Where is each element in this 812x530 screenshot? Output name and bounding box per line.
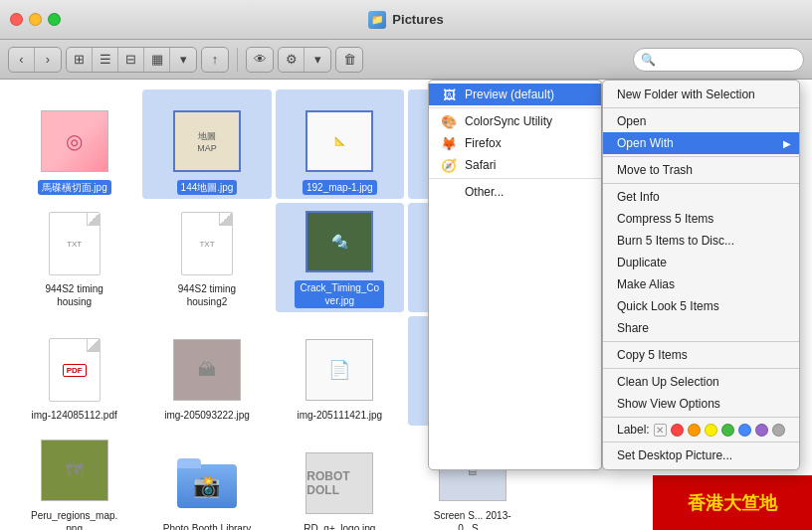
file-label: img-124085112.pdf — [32, 409, 117, 422]
show-view-options-item[interactable]: Show View Options — [603, 393, 799, 415]
file-item[interactable]: TXT 944S2 timing housing — [10, 203, 138, 312]
colorsync-item[interactable]: 🎨 ColorSync Utility — [429, 110, 601, 132]
ctx-separator-7 — [603, 442, 799, 442]
back-button[interactable]: ‹ — [9, 47, 35, 73]
file-thumbnail: ◎ — [40, 106, 109, 176]
minimize-button[interactable] — [29, 13, 42, 26]
burn-item[interactable]: Burn 5 Items to Disc... — [603, 230, 799, 252]
ctx-separator-3 — [603, 183, 799, 184]
firefox-item[interactable]: 🦊 Firefox — [429, 132, 601, 154]
compress-item[interactable]: Compress 5 Items — [603, 208, 799, 230]
list-view-button[interactable]: ☰ — [93, 47, 118, 73]
nav-buttons[interactable]: ‹ › — [8, 47, 62, 73]
label-green[interactable] — [721, 424, 734, 437]
safari-item[interactable]: 🧭 Safari — [429, 154, 601, 176]
ctx-separator-2 — [603, 156, 799, 157]
share-button-group[interactable]: ↑ — [201, 47, 229, 73]
quicklook-item[interactable]: Quick Look 5 Items — [603, 295, 799, 317]
context-menu: New Folder with Selection Open Open With… — [602, 80, 800, 470]
share-button[interactable]: ↑ — [202, 47, 228, 73]
view-dropdown-button[interactable]: ▾ — [170, 47, 196, 73]
preview-default-item[interactable]: 🖼 Preview (default) — [429, 84, 601, 105]
file-thumbnail: 🗺 — [40, 436, 109, 505]
label-orange[interactable] — [688, 424, 701, 437]
other-item[interactable]: Other... — [429, 181, 601, 203]
file-label: 944S2 timing housing — [30, 282, 119, 308]
open-item[interactable]: Open — [603, 110, 799, 132]
icon-view-button[interactable]: ⊞ — [67, 47, 93, 73]
file-thumbnail: 🏔 — [172, 335, 242, 405]
finder-content: ◎ 馬碟橫切面.jpg 地圖MAP 144地圖.jpg 📐 — [0, 80, 812, 530]
file-label: 944S2 timing housing2 — [162, 282, 252, 308]
action-button-group[interactable]: ⚙ ▾ — [278, 47, 331, 73]
duplicate-item[interactable]: Duplicate — [603, 252, 799, 273]
search-input[interactable] — [633, 48, 804, 72]
close-button[interactable] — [10, 13, 23, 26]
brand-text: 香港大笪地 — [688, 491, 777, 515]
file-item[interactable]: 🗺 Peru_regions_map.png — [10, 430, 138, 530]
quicklook-button[interactable]: 👁 — [247, 47, 273, 73]
title-bar: 📁 Pictures — [0, 0, 812, 40]
submenu-separator — [429, 107, 601, 108]
new-folder-selection-item[interactable]: New Folder with Selection — [603, 84, 799, 105]
share-item[interactable]: Share — [603, 317, 799, 339]
file-item[interactable]: 📸 Photo Booth Library — [142, 430, 271, 530]
file-label: 192_map-1.jpg — [303, 180, 377, 195]
file-thumbnail: TXT — [172, 209, 242, 278]
file-item[interactable]: TXT 944S2 timing housing2 — [142, 203, 271, 312]
label-yellow[interactable] — [705, 424, 717, 437]
ctx-separator-4 — [603, 341, 799, 342]
file-item[interactable]: 📄 img-205111421.jpg — [276, 316, 404, 426]
file-label: Screen S... 2013-0...S... — [428, 509, 517, 530]
window-controls[interactable] — [10, 13, 61, 26]
make-alias-item[interactable]: Make Alias — [603, 273, 799, 295]
file-label: Crack_Timing_Cover.jpg — [295, 280, 384, 308]
cleanup-selection-item[interactable]: Clean Up Selection — [603, 371, 799, 393]
maximize-button[interactable] — [48, 13, 61, 26]
colorsync-icon: 🎨 — [441, 113, 457, 129]
file-thumbnail: 📐 — [304, 106, 374, 176]
context-menu-overlay: 🖼 Preview (default) 🎨 ColorSync Utility … — [428, 80, 800, 470]
column-view-button[interactable]: ⊟ — [118, 47, 144, 73]
label-gray[interactable] — [772, 424, 785, 437]
preview-icon: 🖼 — [441, 87, 457, 102]
file-item[interactable]: PDF img-124085112.pdf — [10, 316, 138, 426]
copy-items-item[interactable]: Copy 5 Items — [603, 344, 799, 366]
ctx-separator-5 — [603, 368, 799, 369]
file-item[interactable]: 地圖MAP 144地圖.jpg — [142, 89, 271, 199]
file-item[interactable]: 🏔 img-205093222.jpg — [142, 316, 271, 426]
trash-button-group[interactable]: 🗑 — [335, 47, 363, 73]
toolbar-separator — [237, 48, 238, 72]
file-item[interactable]: ROBOT DOLL RD_g+_logo.jpg — [276, 430, 404, 530]
submenu-arrow: ▶ — [783, 138, 791, 149]
file-thumbnail: 地圖MAP — [172, 106, 242, 176]
file-label: RD_g+_logo.jpg — [304, 522, 375, 530]
label-row: Label: ✕ — [603, 420, 799, 440]
label-purple[interactable] — [755, 424, 768, 437]
set-desktop-picture-item[interactable]: Set Desktop Picture... — [603, 444, 799, 466]
file-item[interactable]: ◎ 馬碟橫切面.jpg — [10, 89, 138, 199]
file-item[interactable]: 🔩 Crack_Timing_Cover.jpg — [276, 203, 404, 312]
safari-icon: 🧭 — [441, 157, 457, 173]
view-buttons[interactable]: ⊞ ☰ ⊟ ▦ ▾ — [66, 47, 197, 73]
file-item[interactable]: 📐 192_map-1.jpg — [276, 89, 404, 199]
label-none[interactable]: ✕ — [654, 424, 667, 437]
action-dropdown[interactable]: ▾ — [304, 47, 330, 73]
trash-button[interactable]: 🗑 — [336, 47, 362, 73]
file-label: 144地圖.jpg — [177, 180, 238, 195]
move-to-trash-item[interactable]: Move to Trash — [603, 159, 799, 181]
open-with-item[interactable]: Open With ▶ — [603, 132, 799, 154]
label-blue[interactable] — [738, 424, 751, 437]
file-thumbnail: 🔩 — [304, 207, 374, 276]
action-button[interactable]: ⚙ — [279, 47, 304, 73]
file-label: Peru_regions_map.png — [30, 509, 119, 530]
file-thumbnail: TXT — [40, 209, 109, 278]
label-red[interactable] — [671, 424, 684, 437]
forward-button[interactable]: › — [35, 47, 61, 73]
window-title: 📁 Pictures — [368, 11, 443, 29]
get-info-item[interactable]: Get Info — [603, 186, 799, 208]
quicklook-button-group[interactable]: 👁 — [246, 47, 274, 73]
other-icon — [441, 184, 457, 200]
file-thumbnail: 📄 — [304, 335, 374, 405]
coverflow-view-button[interactable]: ▦ — [144, 47, 170, 73]
